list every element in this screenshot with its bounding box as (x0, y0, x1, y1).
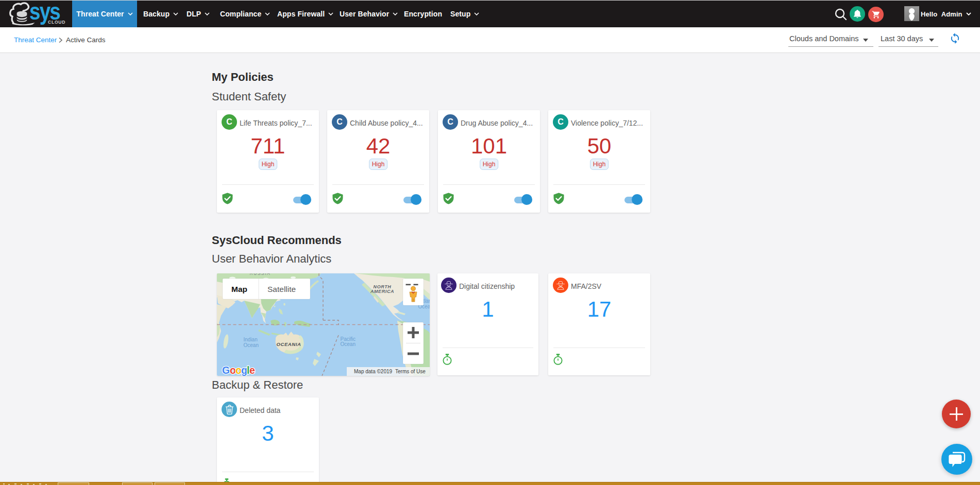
svg-text:Indian: Indian (244, 337, 258, 342)
svg-text:G: G (222, 365, 230, 376)
svg-text:Ocean: Ocean (244, 342, 259, 348)
svg-text:Satellite: Satellite (267, 285, 296, 293)
svg-text:Terms of Use: Terms of Use (395, 369, 426, 374)
svg-text:OCEANIA: OCEANIA (276, 341, 301, 347)
svg-text:e: e (249, 365, 255, 376)
svg-text:RUSSIA: RUSSIA (250, 273, 271, 276)
svg-text:AMERICA: AMERICA (370, 289, 394, 294)
svg-text:Pacific: Pacific (341, 336, 356, 342)
svg-text:CLOUD: CLOUD (48, 20, 65, 25)
svg-text:Map: Map (231, 285, 247, 293)
svg-text:Map data ©2019: Map data ©2019 (354, 369, 393, 374)
svg-text:Ocean: Ocean (341, 341, 356, 347)
svg-text:NORTH: NORTH (374, 284, 392, 289)
